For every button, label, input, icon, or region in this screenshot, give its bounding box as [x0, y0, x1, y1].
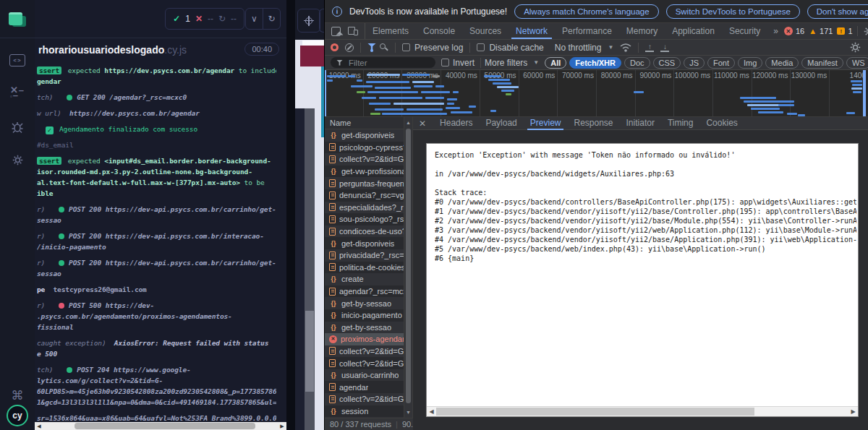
network-overview[interactable]: 10000 ms20000 ms30000 ms40000 ms50000 ms…	[325, 70, 868, 117]
tab-elements[interactable]: Elements	[365, 23, 416, 39]
scroll-right-button[interactable]: ▶	[848, 407, 858, 416]
log-entry[interactable]: sr=1536x864&uaa=x86&uab=64&uafvl=Not%253…	[37, 413, 276, 421]
detail-tab-initiator[interactable]: Initiator	[620, 117, 661, 130]
sidebar-item-shortcuts[interactable]: ⌘	[0, 383, 35, 408]
network-request-row[interactable]: agendar?_rsc=mcxc0	[325, 285, 404, 298]
overview-right-handle[interactable]	[863, 70, 866, 117]
more-tabs-button[interactable]: »	[767, 23, 784, 39]
app-scrollbar[interactable]	[305, 108, 315, 430]
detail-tab-payload[interactable]: Payload	[479, 117, 523, 130]
network-request-row[interactable]: ✕proximos-agendam...	[325, 333, 404, 345]
preserve-log-checkbox[interactable]	[402, 43, 410, 51]
log-entry[interactable]: w url) https://dev.psycs.com.br/agendar	[37, 108, 276, 119]
sidebar-item-debug[interactable]	[0, 114, 35, 139]
network-request-row[interactable]: {}usuario-carrinho	[325, 369, 404, 382]
scroll-up-button[interactable]: ▲	[404, 119, 412, 126]
banner-button-don-t-show-again[interactable]: Don't show again	[807, 4, 868, 19]
detail-tab-response[interactable]: Response	[567, 117, 619, 130]
clear-network-log-button[interactable]	[345, 43, 354, 52]
scroll-left-button[interactable]: ◀	[427, 407, 436, 416]
scroll-left-button[interactable]: ◀	[35, 422, 43, 430]
command-log[interactable]: ssert expected https://dev.psycs.com.br/…	[37, 65, 276, 421]
preview-horizontal-scrollbar[interactable]: ◀ ▶	[427, 406, 858, 416]
log-entry[interactable]: ✓Agendamento finalizado com sucesso	[46, 124, 276, 134]
selector-playground-button[interactable]	[297, 9, 320, 33]
scrollbar-thumb[interactable]	[305, 311, 314, 392]
log-entry[interactable]: #ds_email	[37, 139, 276, 150]
network-request-row[interactable]: especialidades?_rsc...	[325, 202, 404, 214]
log-entry[interactable]: tch) GET 200 /agendar?_rsc=mcxc0	[37, 92, 276, 103]
network-settings-button[interactable]	[848, 42, 862, 53]
tab-memory[interactable]: Memory	[619, 23, 665, 39]
network-request-row[interactable]: psicologo-cypress?_...	[325, 142, 404, 154]
detail-tab-preview[interactable]: Preview	[524, 117, 568, 130]
detail-tab-cookies[interactable]: Cookies	[699, 117, 744, 130]
overview-left-handle[interactable]	[325, 70, 326, 117]
network-request-row[interactable]: agendar	[325, 381, 404, 393]
scrollbar-thumb[interactable]	[406, 129, 411, 403]
sidebar-item-runs[interactable]: ✕–▫–	[0, 81, 35, 106]
tab-network[interactable]: Network	[509, 23, 555, 39]
filter-chip-css[interactable]: CSS	[653, 57, 681, 69]
banner-button-switch-devtools-to-portuguese[interactable]: Switch DevTools to Portuguese	[666, 4, 800, 19]
rerun-button[interactable]: ↻	[263, 9, 280, 29]
tab-application[interactable]: Application	[665, 23, 722, 39]
network-filter-toggle[interactable]	[367, 43, 373, 52]
throttling-select[interactable]: No throttling	[555, 43, 602, 53]
filter-chip-img[interactable]: Img	[738, 57, 762, 69]
name-column-header[interactable]: Name	[325, 117, 404, 129]
cypress-logo[interactable]: cy	[7, 405, 28, 426]
devtools-settings-button[interactable]	[862, 26, 868, 37]
network-request-row[interactable]: collect?v=2&tid=G-...	[325, 357, 404, 369]
network-request-row[interactable]: perguntas-frequent...	[325, 177, 404, 189]
log-entry[interactable]: caught exception) AxiosError: Request fa…	[37, 337, 276, 359]
detail-tab-timing[interactable]: Timing	[661, 117, 700, 130]
network-request-row[interactable]: {}get-by-sessao	[325, 297, 404, 309]
network-request-row[interactable]: {}get-by-sessao	[325, 322, 404, 334]
network-request-row[interactable]: collect?v=2&tid=G-...	[325, 345, 404, 358]
network-request-row[interactable]: denuncia?_rsc=vgdve	[325, 189, 404, 202]
filter-chip-js[interactable]: JS	[684, 57, 705, 69]
log-entry[interactable]: r) POST 200 https://dev-api.psycs.com.br…	[37, 257, 276, 279]
network-request-row[interactable]: {}get-disponiveis	[325, 237, 404, 249]
request-list-scrollbar[interactable]: ▲ ▼	[404, 117, 413, 418]
filter-chip-manifest[interactable]: Manifest	[801, 57, 843, 69]
reporter-horizontal-scrollbar[interactable]: ◀ ▶	[35, 422, 286, 430]
log-entry[interactable]: ssert expected https://dev.psycs.com.br/…	[37, 65, 276, 87]
tab-console[interactable]: Console	[416, 23, 462, 39]
log-entry[interactable]: r) POST 500 https://dev-.psycs.com.br/ag…	[37, 300, 276, 332]
sidebar-item-specs-code[interactable]: <>	[0, 48, 35, 72]
log-entry[interactable]: pe testcypress26@gmail.com	[37, 284, 276, 295]
scroll-down-button[interactable]: ▼	[404, 408, 412, 416]
network-request-row[interactable]: {}get-vw-profissional...	[325, 165, 404, 178]
record-button[interactable]	[331, 43, 339, 51]
issues-badge-icon[interactable]: !	[837, 27, 845, 35]
spec-title[interactable]: rhorariousuariodeslogado.cy.js	[38, 44, 187, 56]
network-request-row[interactable]: {}create	[325, 273, 404, 285]
log-entry[interactable]: r) POST 200 https://dev-api.psycs.com.br…	[37, 231, 276, 252]
detail-tab-headers[interactable]: Headers	[433, 117, 479, 130]
device-toolbar-icon[interactable]	[348, 27, 358, 35]
network-request-row[interactable]: sou-psicologo?_rsc...	[325, 213, 404, 225]
specs-icon[interactable]	[0, 7, 35, 33]
filter-chip-doc[interactable]: Doc	[624, 57, 650, 69]
filter-chip-fetch-xhr[interactable]: Fetch/XHR	[569, 57, 621, 69]
tab-security[interactable]: Security	[722, 23, 767, 39]
network-request-row[interactable]: collect?v=2&tid=G-...	[325, 153, 404, 165]
filter-chip-font[interactable]: Font	[707, 57, 735, 69]
log-entry[interactable]: ssert expected <input#ds_email.border.bo…	[37, 155, 276, 199]
network-request-row[interactable]: privacidade?_rsc=vg...	[325, 249, 404, 262]
collapse-button[interactable]: ∨	[246, 9, 263, 29]
tab-performance[interactable]: Performance	[555, 23, 619, 39]
network-request-row[interactable]: condicoes-de-uso?_...	[325, 225, 404, 238]
filter-chip-all[interactable]: All	[545, 57, 566, 69]
close-detail-button[interactable]: ✕	[417, 119, 432, 129]
filter-input[interactable]	[347, 58, 430, 68]
network-request-row[interactable]: {}get-disponiveis	[325, 129, 404, 142]
warning-badge-icon[interactable]: ▲	[809, 27, 817, 35]
tab-sources[interactable]: Sources	[462, 23, 509, 39]
scrollbar-thumb[interactable]	[436, 408, 754, 416]
disable-cache-checkbox[interactable]	[477, 43, 485, 51]
error-badge-icon[interactable]: ✕	[784, 27, 793, 35]
network-request-row[interactable]: {}session	[325, 405, 404, 418]
